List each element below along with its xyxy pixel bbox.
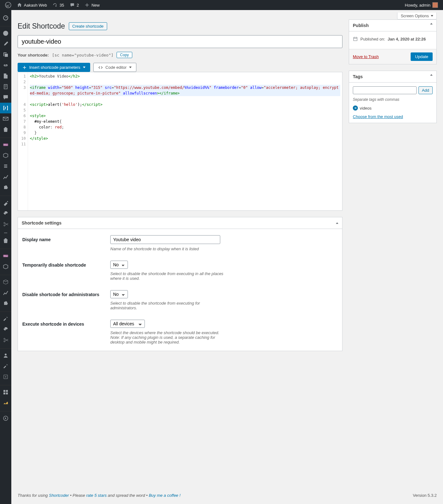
menu-links[interactable] [0,60,11,71]
move-to-trash-link[interactable]: Move to Trash [353,54,379,59]
chevron-up-icon [430,23,433,24]
menu-appearance[interactable] [0,198,11,208]
calendar-icon [353,36,358,41]
menu-plug[interactable] [0,324,11,335]
menu-gold[interactable] [0,398,11,408]
chevron-down-icon [129,67,132,68]
page-title: Edit Shortcode Create shortcode [18,22,342,30]
menu-chart[interactable] [0,287,11,298]
devices-select[interactable]: All devices [110,320,145,328]
menu-trash[interactable] [0,124,11,135]
code-editor-button[interactable]: Code editor [93,63,136,72]
shortcode-title-input[interactable] [18,35,342,48]
wp-logo[interactable] [3,0,14,10]
disable-admin-select[interactable]: No [110,290,128,298]
choose-tags-link[interactable]: Choose from the most used [353,114,403,119]
code-icon [98,65,103,70]
menu-products[interactable] [0,150,11,161]
new-label: New [91,3,100,8]
menu-media[interactable] [0,49,11,60]
avatar [432,2,438,8]
svg-point-10 [4,338,5,339]
menu-users[interactable] [0,350,11,361]
disable-admin-label: Disable shortcode for administrators [22,290,110,310]
shortcode-code: [sc name="youtube-video"] [52,53,113,57]
updates-link[interactable]: 35 [50,0,66,10]
tag-input[interactable] [353,86,417,94]
devices-label: Execute shortcode in devices [22,320,110,344]
your-shortcode-label: Your shortcode: [18,53,49,57]
menu-shortcoder[interactable] [0,103,11,113]
chevron-up-icon [336,222,338,224]
chevron-down-icon [83,67,85,68]
add-tag-button[interactable]: Add [418,86,433,94]
comments-count: 2 [77,3,79,8]
comments-link[interactable]: 2 [67,0,81,10]
menu-pages2[interactable] [0,81,11,92]
svg-rect-14 [3,393,5,394]
menu-cut2[interactable] [0,335,11,345]
menu-analytics[interactable] [0,171,11,182]
menu-cube[interactable] [0,277,11,287]
coffee-link[interactable]: Buy me a coffee ! [149,493,180,498]
code-content[interactable]: <h2>Youtube Video</h2> <iframe width="56… [28,72,342,210]
menu-tools[interactable] [0,313,11,324]
menu-posts[interactable] [0,39,11,49]
tags-box: Tags Add Separate tags with commas ✕ vid… [349,71,437,123]
svg-text:Woo: Woo [4,144,8,146]
chevron-up-icon [430,74,433,76]
plus-icon [22,65,27,70]
settings-panel-toggle[interactable]: Shortcode settings [18,217,342,229]
published-date: Jan 4, 2020 at 22:26 [388,37,426,41]
menu-woo2[interactable]: Woo [0,251,11,261]
copy-button[interactable]: Copy [117,52,132,58]
footer: Thanks for using Shortcoder • Please rat… [11,489,443,504]
menu-puzzle[interactable] [0,182,11,193]
svg-point-6 [4,222,5,224]
menu-box[interactable] [0,261,11,272]
chevron-down-icon [431,15,433,17]
screen-options-button[interactable]: Screen Options [397,13,437,19]
menu-pages[interactable] [0,71,11,81]
menu-collapse[interactable] [0,413,11,424]
insert-params-button[interactable]: Insert shortcode parameters [18,63,90,72]
admin-bar: Aakash Web 35 2 New Howdy, admin [0,0,443,10]
remove-tag-button[interactable]: ✕ [353,106,358,111]
shortcoder-link[interactable]: Shortcoder [49,493,69,498]
admin-sidebar: Woo – Woo [0,10,11,504]
menu-item1[interactable] [0,161,11,171]
published-label: Published on: [360,37,385,41]
rate-link[interactable]: rate 5 stars [86,493,107,498]
tags-help: Separate tags with commas [353,97,433,102]
howdy-text: Howdy, admin [405,3,430,8]
svg-point-9 [4,341,5,342]
menu-dashboard[interactable] [0,13,11,23]
publish-toggle[interactable]: Publish [349,20,436,31]
site-link[interactable]: Aakash Web [14,0,49,10]
display-name-label: Display name [22,235,110,251]
menu-comments[interactable] [0,92,11,103]
new-link[interactable]: New [82,0,102,10]
temp-disable-select[interactable]: No [110,261,128,269]
code-editor[interactable]: 1234567891011 <h2>Youtube Video</h2> <if… [18,72,342,211]
version-text: Version 5.3.2 [413,493,437,498]
menu-mail[interactable] [0,113,11,124]
display-name-help: Name of the shortcode to display when it… [110,247,227,251]
menu-jetpack[interactable] [0,28,11,39]
menu-grid[interactable] [0,387,11,398]
menu-trash2[interactable] [0,235,11,246]
line-gutter: 1234567891011 [18,72,28,210]
display-name-input[interactable] [110,235,220,244]
menu-puzzle2[interactable] [0,298,11,309]
devices-help: Select the devices where the shortcode s… [110,330,227,344]
menu-collapse-sep[interactable]: – [0,230,11,235]
howdy-link[interactable]: Howdy, admin [402,0,440,10]
create-shortcode-button[interactable]: Create shortcode [69,22,107,30]
menu-woo[interactable]: Woo [0,139,11,150]
tags-toggle[interactable]: Tags [349,71,436,83]
menu-cut[interactable] [0,219,11,230]
menu-export[interactable] [0,371,11,382]
menu-settings[interactable] [0,361,11,371]
update-button[interactable]: Update [411,52,433,61]
menu-plugins[interactable] [0,208,11,219]
